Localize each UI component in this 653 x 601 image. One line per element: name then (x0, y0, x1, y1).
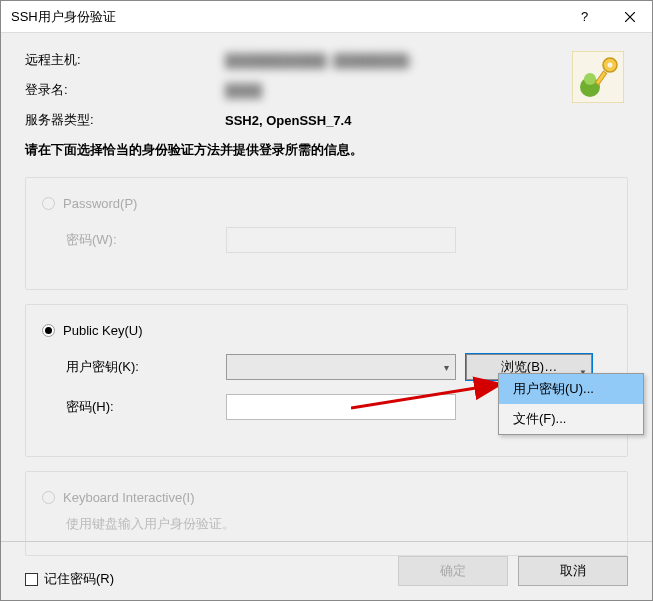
kbd-radio[interactable] (42, 491, 55, 504)
password-field-label: 密码(W): (66, 231, 226, 249)
userkey-label: 用户密钥(K): (66, 358, 226, 376)
content-area: 远程主机: ███████████ (████████) 登录名: ████ 服… (1, 33, 652, 588)
help-button[interactable]: ? (562, 1, 607, 33)
server-type-value: SSH2, OpenSSH_7.4 (225, 113, 351, 128)
kbd-note: 使用键盘输入用户身份验证。 (42, 515, 611, 533)
host-value: ███████████ (████████) (225, 53, 412, 68)
cancel-button[interactable]: 取消 (518, 556, 628, 586)
kbd-radio-row[interactable]: Keyboard Interactive(I) (42, 490, 611, 505)
instruction-text: 请在下面选择恰当的身份验证方法并提供登录所需的信息。 (25, 141, 628, 159)
close-button[interactable] (607, 1, 652, 33)
popup-user-key[interactable]: 用户密钥(U)... (499, 374, 643, 404)
kbd-radio-label: Keyboard Interactive(I) (63, 490, 195, 505)
userkey-combo[interactable]: ▾ (226, 354, 456, 380)
password-input (226, 227, 456, 253)
login-value: ████ (225, 83, 262, 98)
host-row: 远程主机: ███████████ (████████) (25, 51, 628, 69)
svg-point-2 (584, 73, 596, 85)
passphrase-input[interactable] (226, 394, 456, 420)
publickey-radio-label: Public Key(U) (63, 323, 142, 338)
password-radio-row[interactable]: Password(P) (42, 196, 611, 211)
login-label: 登录名: (25, 81, 225, 99)
footer: 确定 取消 (1, 541, 652, 600)
server-type-label: 服务器类型: (25, 111, 225, 129)
password-radio[interactable] (42, 197, 55, 210)
ok-button: 确定 (398, 556, 508, 586)
svg-point-4 (608, 63, 613, 68)
svg-rect-0 (572, 51, 624, 103)
publickey-radio[interactable] (42, 324, 55, 337)
chevron-down-icon: ▾ (444, 362, 449, 373)
auth-icon (572, 51, 624, 103)
login-row: 登录名: ████ (25, 81, 628, 99)
ssh-auth-dialog: SSH用户身份验证 ? 远程主机: ███████████ (████████)… (0, 0, 653, 601)
close-icon (625, 12, 635, 22)
publickey-radio-row[interactable]: Public Key(U) (42, 323, 611, 338)
passphrase-label: 密码(H): (66, 398, 226, 416)
password-field-row: 密码(W): (42, 227, 611, 253)
password-group: Password(P) 密码(W): (25, 177, 628, 290)
server-type-row: 服务器类型: SSH2, OpenSSH_7.4 (25, 111, 628, 129)
password-radio-label: Password(P) (63, 196, 137, 211)
titlebar: SSH用户身份验证 ? (1, 1, 652, 33)
browse-popup-menu: 用户密钥(U)... 文件(F)... (498, 373, 644, 435)
popup-file[interactable]: 文件(F)... (499, 404, 643, 434)
host-label: 远程主机: (25, 51, 225, 69)
dialog-title: SSH用户身份验证 (11, 8, 562, 26)
